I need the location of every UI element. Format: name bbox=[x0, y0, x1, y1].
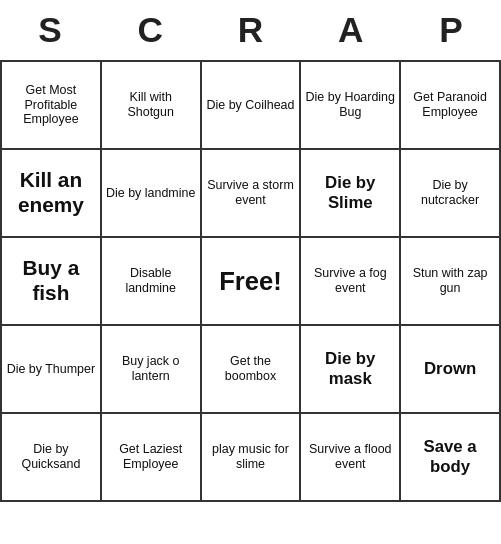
bingo-cell-19[interactable]: Drown bbox=[401, 326, 501, 414]
bingo-grid: Get Most Profitable EmployeeKill with Sh… bbox=[0, 60, 501, 502]
bingo-cell-2[interactable]: Die by Coilhead bbox=[202, 62, 302, 150]
bingo-cell-15[interactable]: Die by Thumper bbox=[2, 326, 102, 414]
bingo-cell-7[interactable]: Survive a storm event bbox=[202, 150, 302, 238]
bingo-card: SCRAP Get Most Profitable EmployeeKill w… bbox=[0, 0, 501, 544]
bingo-cell-11[interactable]: Disable landmine bbox=[102, 238, 202, 326]
bingo-header: SCRAP bbox=[0, 0, 501, 60]
header-letter-a: A bbox=[301, 0, 401, 60]
bingo-cell-23[interactable]: Survive a flood event bbox=[301, 414, 401, 502]
bingo-cell-5[interactable]: Kill an enemy bbox=[2, 150, 102, 238]
bingo-cell-21[interactable]: Get Laziest Employee bbox=[102, 414, 202, 502]
bingo-cell-22[interactable]: play music for slime bbox=[202, 414, 302, 502]
bingo-cell-17[interactable]: Get the boombox bbox=[202, 326, 302, 414]
header-letter-c: C bbox=[100, 0, 200, 60]
bingo-cell-4[interactable]: Get Paranoid Employee bbox=[401, 62, 501, 150]
bingo-cell-6[interactable]: Die by landmine bbox=[102, 150, 202, 238]
header-letter-s: S bbox=[0, 0, 100, 60]
header-letter-r: R bbox=[200, 0, 300, 60]
bingo-cell-12[interactable]: Free! bbox=[202, 238, 302, 326]
bingo-cell-3[interactable]: Die by Hoarding Bug bbox=[301, 62, 401, 150]
bingo-cell-10[interactable]: Buy a fish bbox=[2, 238, 102, 326]
bingo-cell-9[interactable]: Die by nutcracker bbox=[401, 150, 501, 238]
bingo-cell-14[interactable]: Stun with zap gun bbox=[401, 238, 501, 326]
bingo-cell-1[interactable]: Kill with Shotgun bbox=[102, 62, 202, 150]
header-letter-p: P bbox=[401, 0, 501, 60]
bingo-cell-24[interactable]: Save a body bbox=[401, 414, 501, 502]
bingo-cell-0[interactable]: Get Most Profitable Employee bbox=[2, 62, 102, 150]
bingo-cell-13[interactable]: Survive a fog event bbox=[301, 238, 401, 326]
bingo-cell-18[interactable]: Die by mask bbox=[301, 326, 401, 414]
bingo-cell-16[interactable]: Buy jack o lantern bbox=[102, 326, 202, 414]
bingo-cell-8[interactable]: Die by Slime bbox=[301, 150, 401, 238]
bingo-cell-20[interactable]: Die by Quicksand bbox=[2, 414, 102, 502]
